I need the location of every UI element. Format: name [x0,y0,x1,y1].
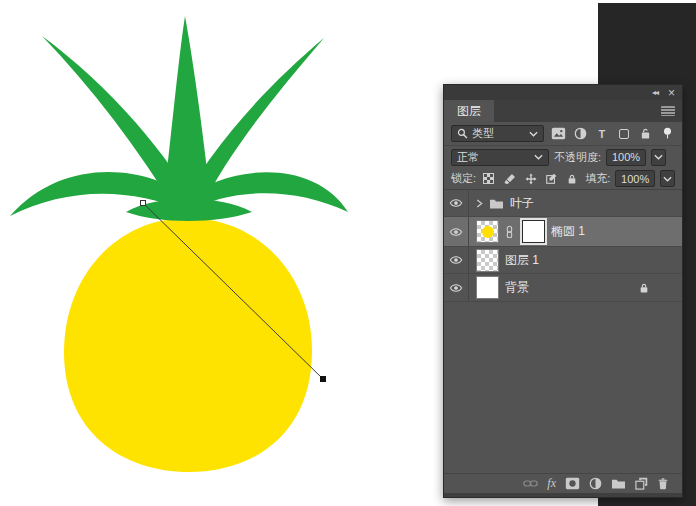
blend-mode-row: 正常 不透明度: 100% [444,146,682,168]
fill-dropdown-icon[interactable] [660,170,675,187]
smart-object-filter-icon[interactable] [638,125,653,142]
layers-panel: ◂◂ × 图层 类型 T [443,84,683,498]
type-filter-icon[interactable]: T [594,125,609,142]
layer-row-pixel[interactable]: 图层 1 [444,247,682,274]
panel-titlebar: ◂◂ × [444,85,682,100]
layer-row-ellipse[interactable]: 椭圆 1 [444,217,682,247]
layer-style-icon[interactable]: fx [547,476,556,491]
layers-list: 叶子 椭圆 1 [444,190,682,473]
layer-name[interactable]: 叶子 [510,195,534,212]
lock-artboard-icon[interactable] [544,171,560,187]
layer-row-group[interactable]: 叶子 [444,190,682,217]
lock-all-icon[interactable] [564,171,580,187]
fill-value-field[interactable]: 100% [615,170,655,187]
tab-layers[interactable]: 图层 [444,100,494,122]
layer-thumbnail[interactable] [476,249,499,272]
layer-filter-row: 类型 T [444,122,682,146]
adjustment-layer-icon[interactable] [589,477,602,490]
opacity-dropdown-icon[interactable] [651,149,666,166]
visibility-eye-icon[interactable] [444,247,469,273]
pineapple-body [64,218,312,472]
layer-row-background[interactable]: 背景 [444,274,682,302]
layer-thumbnail[interactable] [476,276,499,299]
photoshop-workspace: ◂◂ × 图层 类型 T [0,0,696,506]
opacity-label: 不透明度: [554,150,601,165]
panel-bottom-bar: fx [444,473,682,493]
chevron-down-icon [529,131,538,137]
layer-mask-thumbnail[interactable] [522,220,545,243]
pineapple-leaf-center [162,16,212,214]
lock-label: 锁定: [451,171,476,186]
search-icon [457,128,468,139]
layer-name[interactable]: 椭圆 1 [551,223,585,240]
chevron-down-icon [534,154,543,160]
panel-tab-bar: 图层 [444,100,682,122]
lock-row: 锁定: 填充: 100% [444,168,682,190]
annotation-end-handle[interactable] [321,377,326,382]
group-expand-chevron-icon[interactable] [476,199,483,208]
pixel-filter-icon[interactable] [551,125,566,142]
blend-mode-select[interactable]: 正常 [451,149,549,166]
collapse-panel-icon[interactable]: ◂◂ [652,89,658,97]
filter-type-label: 类型 [472,126,494,141]
new-group-icon[interactable] [611,477,626,490]
lock-transparent-icon[interactable] [481,171,497,187]
new-layer-icon[interactable] [635,477,648,490]
lock-position-icon[interactable] [523,171,539,187]
blend-mode-value: 正常 [457,150,479,165]
delete-layer-icon[interactable] [657,477,669,490]
background-lock-icon [639,282,649,294]
filter-toggle-pin-icon[interactable] [660,125,675,142]
filter-type-select[interactable]: 类型 [451,125,544,142]
mask-link-icon[interactable] [506,225,514,238]
layers-empty-area [444,302,682,473]
fill-label: 填充: [585,171,610,186]
panel-menu-icon[interactable] [661,106,675,116]
layer-name[interactable]: 图层 1 [505,252,539,269]
add-mask-icon[interactable] [565,477,580,490]
visibility-eye-icon[interactable] [444,190,469,216]
close-panel-icon[interactable]: × [668,87,675,99]
adjustment-filter-icon[interactable] [573,125,588,142]
link-layers-icon[interactable] [523,479,538,488]
lock-pixels-icon[interactable] [502,171,518,187]
shape-filter-icon[interactable] [616,125,631,142]
group-folder-icon [489,197,504,210]
opacity-value-field[interactable]: 100% [606,149,646,166]
visibility-eye-icon[interactable] [444,274,469,301]
visibility-eye-icon[interactable] [444,217,469,246]
panel-resize-strip[interactable] [444,493,682,497]
layer-name[interactable]: 背景 [505,279,529,296]
annotation-start-handle[interactable] [141,201,146,206]
layer-thumbnail[interactable] [476,220,499,243]
